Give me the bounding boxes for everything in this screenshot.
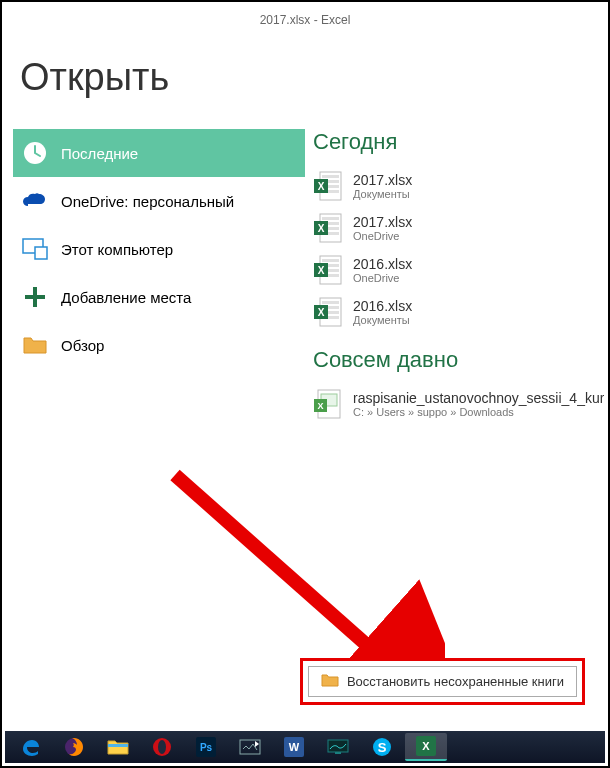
taskbar-item-skype[interactable]: S <box>361 733 403 761</box>
onedrive-icon <box>21 187 49 215</box>
file-item[interactable]: X 2016.xlsx OneDrive <box>313 249 605 291</box>
taskbar-item-word[interactable]: W <box>273 733 315 761</box>
page-title: Открыть <box>5 31 605 129</box>
file-name: 2016.xlsx <box>353 298 412 314</box>
file-item[interactable]: X 2017.xlsx Документы <box>313 165 605 207</box>
svg-rect-4 <box>322 175 339 178</box>
taskbar-item-edge[interactable] <box>9 733 51 761</box>
sidebar-item-add-place[interactable]: Добавление места <box>13 273 305 321</box>
taskbar-item-monitor[interactable] <box>317 733 359 761</box>
file-path: C: » Users » suppo » Downloads <box>353 406 604 418</box>
open-sidebar: Последние OneDrive: персональный Этот ко… <box>5 129 305 425</box>
pc-icon <box>21 235 49 263</box>
taskbar-item-show-desktop[interactable] <box>229 733 271 761</box>
folder-icon <box>21 331 49 359</box>
folder-icon <box>321 673 339 690</box>
sidebar-item-label: OneDrive: персональный <box>61 193 234 210</box>
svg-text:X: X <box>318 181 325 192</box>
recover-unsaved-button[interactable]: Восстановить несохраненные книги <box>308 666 577 697</box>
file-name: 2017.xlsx <box>353 214 412 230</box>
file-path: OneDrive <box>353 230 412 242</box>
file-path: OneDrive <box>353 272 412 284</box>
plus-icon <box>21 283 49 311</box>
svg-text:X: X <box>318 265 325 276</box>
file-path: Документы <box>353 314 412 326</box>
sidebar-item-label: Обзор <box>61 337 104 354</box>
svg-point-39 <box>158 740 166 754</box>
file-item[interactable]: X 2016.xlsx Документы <box>313 291 605 333</box>
sidebar-item-onedrive[interactable]: OneDrive: персональный <box>13 177 305 225</box>
svg-rect-45 <box>328 740 348 752</box>
taskbar-item-excel[interactable]: X <box>405 733 447 761</box>
clock-icon <box>21 139 49 167</box>
xlsx-icon: X <box>313 171 343 201</box>
section-header-longago: Совсем давно <box>313 347 605 373</box>
xlsx-icon: X <box>313 213 343 243</box>
svg-text:S: S <box>378 740 387 755</box>
excel-open-backstage: 2017.xlsx - Excel Открыть Последние OneD… <box>5 5 605 763</box>
file-item[interactable]: X 2017.xlsx OneDrive <box>313 207 605 249</box>
xlsx-icon: X <box>313 297 343 327</box>
taskbar-item-explorer[interactable] <box>97 733 139 761</box>
recent-files-panel: Сегодня X 2017.xlsx Документы X 2017.xls… <box>305 129 605 425</box>
sidebar-item-recent[interactable]: Последние <box>13 129 305 177</box>
svg-rect-18 <box>322 259 339 262</box>
taskbar-item-firefox[interactable] <box>53 733 95 761</box>
sidebar-item-label: Этот компьютер <box>61 241 173 258</box>
svg-text:X: X <box>422 740 430 752</box>
svg-rect-11 <box>322 217 339 220</box>
svg-rect-25 <box>322 301 339 304</box>
file-item[interactable]: X raspisanie_ustanovochnoy_sessii_4_kur … <box>313 383 605 425</box>
svg-line-35 <box>175 475 395 670</box>
window-title: 2017.xlsx - Excel <box>5 5 605 31</box>
svg-rect-37 <box>108 744 128 747</box>
svg-text:W: W <box>289 741 300 753</box>
xlsx-icon: X <box>313 255 343 285</box>
svg-rect-2 <box>35 247 47 259</box>
recover-highlight: Восстановить несохраненные книги <box>300 658 585 705</box>
svg-text:Ps: Ps <box>200 742 213 753</box>
taskbar: Ps W S X <box>5 731 605 763</box>
svg-text:X: X <box>318 223 325 234</box>
file-path: Документы <box>353 188 412 200</box>
file-name: 2017.xlsx <box>353 172 412 188</box>
file-name: raspisanie_ustanovochnoy_sessii_4_kur <box>353 390 604 406</box>
sidebar-item-this-pc[interactable]: Этот компьютер <box>13 225 305 273</box>
file-name: 2016.xlsx <box>353 256 412 272</box>
svg-text:X: X <box>317 401 323 411</box>
sidebar-item-browse[interactable]: Обзор <box>13 321 305 369</box>
xls-icon: X <box>313 389 343 419</box>
sidebar-item-label: Добавление места <box>61 289 191 306</box>
recover-label: Восстановить несохраненные книги <box>347 674 564 689</box>
taskbar-item-opera[interactable] <box>141 733 183 761</box>
svg-text:X: X <box>318 307 325 318</box>
section-header-today: Сегодня <box>313 129 605 155</box>
sidebar-item-label: Последние <box>61 145 138 162</box>
svg-rect-46 <box>335 752 341 754</box>
taskbar-item-photoshop[interactable]: Ps <box>185 733 227 761</box>
